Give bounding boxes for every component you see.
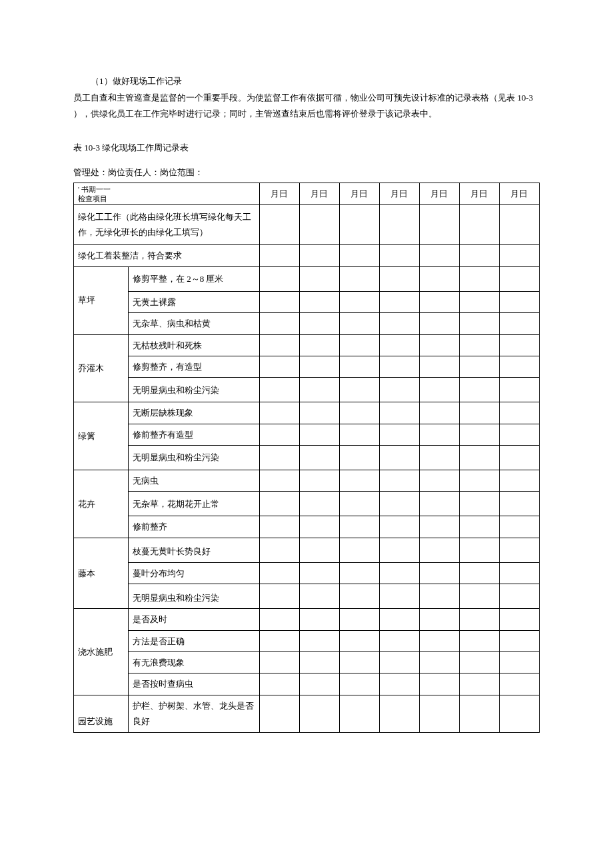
data-cell[interactable]: [379, 630, 419, 651]
data-cell[interactable]: [259, 516, 299, 538]
data-cell[interactable]: [339, 334, 379, 356]
data-cell[interactable]: [259, 695, 299, 732]
data-cell[interactable]: [419, 245, 459, 266]
data-cell[interactable]: [499, 446, 539, 470]
data-cell[interactable]: [379, 356, 419, 377]
data-cell[interactable]: [259, 313, 299, 334]
data-cell[interactable]: [419, 516, 459, 538]
data-cell[interactable]: [379, 538, 419, 562]
data-cell[interactable]: [299, 356, 339, 377]
data-cell[interactable]: [339, 356, 379, 377]
data-cell[interactable]: [459, 266, 499, 291]
data-cell[interactable]: [499, 266, 539, 291]
data-cell[interactable]: [339, 470, 379, 492]
data-cell[interactable]: [379, 673, 419, 695]
data-cell[interactable]: [499, 378, 539, 402]
data-cell[interactable]: [339, 492, 379, 516]
data-cell[interactable]: [259, 402, 299, 424]
data-cell[interactable]: [379, 695, 419, 732]
data-cell[interactable]: [339, 291, 379, 312]
data-cell[interactable]: [419, 266, 459, 291]
data-cell[interactable]: [499, 695, 539, 732]
data-cell[interactable]: [379, 470, 419, 492]
data-cell[interactable]: [259, 446, 299, 470]
data-cell[interactable]: [499, 584, 539, 609]
data-cell[interactable]: [419, 291, 459, 312]
data-cell[interactable]: [259, 673, 299, 695]
data-cell[interactable]: [379, 609, 419, 630]
data-cell[interactable]: [499, 538, 539, 562]
data-cell[interactable]: [299, 205, 339, 245]
data-cell[interactable]: [379, 313, 419, 334]
data-cell[interactable]: [459, 695, 499, 732]
data-cell[interactable]: [379, 584, 419, 609]
data-cell[interactable]: [419, 205, 459, 245]
data-cell[interactable]: [339, 538, 379, 562]
data-cell[interactable]: [379, 402, 419, 424]
data-cell[interactable]: [419, 584, 459, 609]
data-cell[interactable]: [419, 562, 459, 584]
data-cell[interactable]: [419, 538, 459, 562]
data-cell[interactable]: [299, 402, 339, 424]
data-cell[interactable]: [419, 470, 459, 492]
data-cell[interactable]: [459, 538, 499, 562]
data-cell[interactable]: [419, 313, 459, 334]
data-cell[interactable]: [299, 630, 339, 651]
data-cell[interactable]: [499, 652, 539, 673]
data-cell[interactable]: [459, 673, 499, 695]
data-cell[interactable]: [259, 538, 299, 562]
data-cell[interactable]: [339, 652, 379, 673]
data-cell[interactable]: [259, 609, 299, 630]
data-cell[interactable]: [459, 291, 499, 312]
data-cell[interactable]: [499, 516, 539, 538]
data-cell[interactable]: [299, 584, 339, 609]
data-cell[interactable]: [339, 266, 379, 291]
data-cell[interactable]: [259, 470, 299, 492]
data-cell[interactable]: [259, 652, 299, 673]
data-cell[interactable]: [299, 652, 339, 673]
data-cell[interactable]: [299, 446, 339, 470]
data-cell[interactable]: [419, 424, 459, 445]
data-cell[interactable]: [299, 538, 339, 562]
data-cell[interactable]: [339, 205, 379, 245]
data-cell[interactable]: [259, 334, 299, 356]
data-cell[interactable]: [459, 470, 499, 492]
data-cell[interactable]: [379, 334, 419, 356]
data-cell[interactable]: [339, 516, 379, 538]
data-cell[interactable]: [419, 673, 459, 695]
data-cell[interactable]: [339, 630, 379, 651]
data-cell[interactable]: [299, 609, 339, 630]
data-cell[interactable]: [379, 492, 419, 516]
data-cell[interactable]: [499, 334, 539, 356]
data-cell[interactable]: [459, 609, 499, 630]
data-cell[interactable]: [339, 673, 379, 695]
data-cell[interactable]: [499, 356, 539, 377]
data-cell[interactable]: [499, 609, 539, 630]
data-cell[interactable]: [259, 630, 299, 651]
data-cell[interactable]: [459, 652, 499, 673]
data-cell[interactable]: [379, 266, 419, 291]
data-cell[interactable]: [499, 673, 539, 695]
data-cell[interactable]: [299, 695, 339, 732]
data-cell[interactable]: [459, 245, 499, 266]
data-cell[interactable]: [459, 492, 499, 516]
data-cell[interactable]: [499, 313, 539, 334]
data-cell[interactable]: [459, 378, 499, 402]
data-cell[interactable]: [419, 492, 459, 516]
data-cell[interactable]: [379, 652, 419, 673]
data-cell[interactable]: [299, 424, 339, 445]
data-cell[interactable]: [419, 695, 459, 732]
data-cell[interactable]: [499, 630, 539, 651]
data-cell[interactable]: [379, 446, 419, 470]
data-cell[interactable]: [339, 609, 379, 630]
data-cell[interactable]: [459, 516, 499, 538]
data-cell[interactable]: [379, 378, 419, 402]
data-cell[interactable]: [339, 584, 379, 609]
data-cell[interactable]: [419, 356, 459, 377]
data-cell[interactable]: [459, 356, 499, 377]
data-cell[interactable]: [499, 245, 539, 266]
data-cell[interactable]: [419, 652, 459, 673]
data-cell[interactable]: [259, 266, 299, 291]
data-cell[interactable]: [259, 492, 299, 516]
data-cell[interactable]: [259, 245, 299, 266]
